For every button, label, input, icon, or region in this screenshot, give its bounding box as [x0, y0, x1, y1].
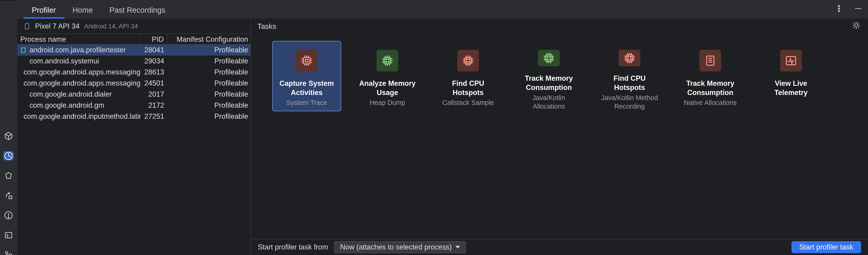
- tab-profiler[interactable]: Profiler: [24, 3, 64, 19]
- start-from-label: Start profiler task from: [258, 243, 328, 251]
- device-name: Pixel 7 API 34: [35, 22, 80, 30]
- tasks-title: Tasks: [257, 22, 276, 31]
- svg-point-53: [466, 61, 467, 63]
- tab-home[interactable]: Home: [64, 3, 101, 19]
- cpu-chip-icon: [619, 50, 641, 66]
- task-title: Track Memory Consumption: [676, 79, 744, 97]
- task-subtitle: System Trace: [283, 98, 330, 107]
- table-row[interactable]: com.google.android.apps.messaging28613Pr…: [17, 67, 250, 78]
- table-row[interactable]: android.com.java.profilertester28041Prof…: [17, 44, 250, 56]
- tasks-settings-icon[interactable]: [852, 21, 861, 32]
- cell-config: Profileable: [167, 111, 250, 122]
- svg-point-13: [838, 5, 840, 7]
- cell-config: Profileable: [167, 89, 250, 99]
- table-row[interactable]: com.google.android.inputmethod.latin2725…: [17, 111, 250, 122]
- svg-point-14: [838, 8, 840, 9]
- svg-point-71: [550, 59, 551, 60]
- cell-process-name: com.google.android.apps.messaging: [17, 67, 141, 77]
- svg-point-37: [388, 61, 390, 63]
- rail-profiler-icon[interactable]: [3, 151, 14, 160]
- svg-point-85: [627, 56, 629, 57]
- svg-rect-19: [304, 57, 310, 64]
- cell-config: Profileable: [167, 56, 250, 66]
- tasks-header: Tasks: [251, 19, 868, 33]
- task-track-memory-native[interactable]: Track Memory Consumption Native Allocati…: [676, 41, 745, 111]
- table-row[interactable]: com.google.android.apps.messaging...2450…: [17, 78, 250, 89]
- svg-point-10: [5, 252, 8, 254]
- memory-chip-icon: [538, 50, 560, 66]
- rail-build-variants-icon[interactable]: [3, 191, 14, 200]
- rail-version-control-icon[interactable]: [3, 250, 14, 255]
- task-find-cpu-hotspots-method[interactable]: Find CPU Hotspots Java/Kotlin Method Rec…: [595, 41, 664, 111]
- svg-point-51: [466, 59, 467, 60]
- cell-process-name: android.com.java.profilertester: [17, 45, 141, 55]
- svg-rect-5: [9, 196, 12, 199]
- cell-process-name: com.google.android.dialer: [17, 89, 141, 99]
- svg-point-86: [630, 56, 632, 57]
- table-row[interactable]: com.google.android.gm2172Profileable: [17, 100, 250, 111]
- svg-point-87: [627, 59, 629, 60]
- svg-rect-84: [626, 55, 633, 61]
- svg-line-1: [5, 134, 8, 136]
- task-view-live-telemetry[interactable]: View Live Telemetry: [756, 41, 826, 111]
- svg-point-36: [385, 61, 387, 63]
- rail-resource-manager-icon[interactable]: [3, 131, 14, 141]
- task-title: Track Memory Consumption: [515, 74, 583, 92]
- svg-point-54: [469, 61, 470, 63]
- task-find-cpu-hotspots-callstack[interactable]: Find CPU Hotspots Callstack Sample: [434, 41, 503, 111]
- cell-process-name: com.google.android.gm: [17, 100, 141, 110]
- task-analyze-memory-usage[interactable]: Analyze Memory Usage Heap Dump: [353, 41, 422, 111]
- task-subtitle: Java/Kotlin Method Recording: [596, 94, 663, 111]
- more-icon[interactable]: [833, 4, 844, 15]
- cell-pid: 2172: [141, 100, 167, 110]
- svg-point-12: [9, 254, 11, 255]
- memory-chip-icon: [377, 50, 398, 71]
- task-title: Find CPU Hotspots: [596, 74, 663, 92]
- col-process-name[interactable]: Process name: [17, 34, 141, 44]
- cell-config: Profileable: [167, 45, 250, 55]
- svg-rect-33: [384, 57, 391, 64]
- minimize-icon[interactable]: [853, 4, 864, 15]
- cell-pid: 28041: [141, 45, 167, 55]
- device-selector[interactable]: Pixel 7 API 34 Android 14, API 34: [17, 19, 250, 33]
- svg-rect-9: [5, 232, 12, 238]
- svg-point-35: [388, 59, 390, 60]
- task-capture-system-activities[interactable]: Capture System Activities System Trace: [272, 41, 341, 111]
- task-subtitle: Native Allocations: [681, 98, 740, 107]
- table-row[interactable]: com.google.android.dialer2017Profileable: [17, 89, 250, 100]
- cell-config: Profileable: [167, 100, 250, 110]
- task-subtitle: Heap Dump: [367, 98, 408, 107]
- rail-problems-icon[interactable]: [3, 211, 14, 220]
- cell-pid: 24501: [141, 78, 167, 88]
- svg-rect-17: [25, 24, 29, 29]
- task-title: Analyze Memory Usage: [353, 79, 421, 97]
- task-title: Capture System Activities: [273, 79, 341, 97]
- svg-point-15: [838, 10, 840, 12]
- task-track-memory-jk[interactable]: Track Memory Consumption Java/Kotlin All…: [514, 41, 583, 111]
- cell-pid: 2017: [141, 89, 167, 99]
- process-table-body: android.com.java.profilertester28041Prof…: [17, 44, 250, 122]
- col-pid[interactable]: PID: [141, 34, 167, 44]
- activity-pulse-icon: [780, 50, 802, 71]
- cell-config: Profileable: [167, 78, 250, 88]
- rail-terminal-icon[interactable]: [3, 230, 14, 240]
- svg-point-69: [550, 56, 551, 57]
- svg-point-18: [855, 24, 858, 27]
- start-from-dropdown[interactable]: Now (attaches to selected process): [334, 241, 466, 253]
- cell-pid: 29034: [141, 56, 167, 66]
- cell-process-name: com.google.android.inputmethod.latin: [17, 111, 141, 122]
- rail-app-quality-icon[interactable]: [3, 171, 14, 180]
- bottom-bar: Start profiler task from Now (attaches t…: [251, 239, 868, 255]
- col-manifest-config[interactable]: Manifest Configuration: [167, 34, 250, 44]
- tab-past-recordings[interactable]: Past Recordings: [101, 3, 174, 19]
- table-row[interactable]: com.android.systemui29034Profileable: [17, 56, 250, 67]
- start-profiler-button[interactable]: Start profiler task: [792, 241, 861, 253]
- svg-rect-50: [465, 57, 471, 64]
- task-subtitle: Callstack Sample: [439, 98, 497, 107]
- svg-point-8: [8, 217, 9, 218]
- process-table-header: Process name PID Manifest Configuration: [17, 33, 250, 44]
- task-title: Find CPU Hotspots: [434, 79, 502, 97]
- cpu-chip-icon: [296, 50, 317, 71]
- tool-rail: [0, 0, 17, 255]
- svg-rect-20: [305, 59, 308, 62]
